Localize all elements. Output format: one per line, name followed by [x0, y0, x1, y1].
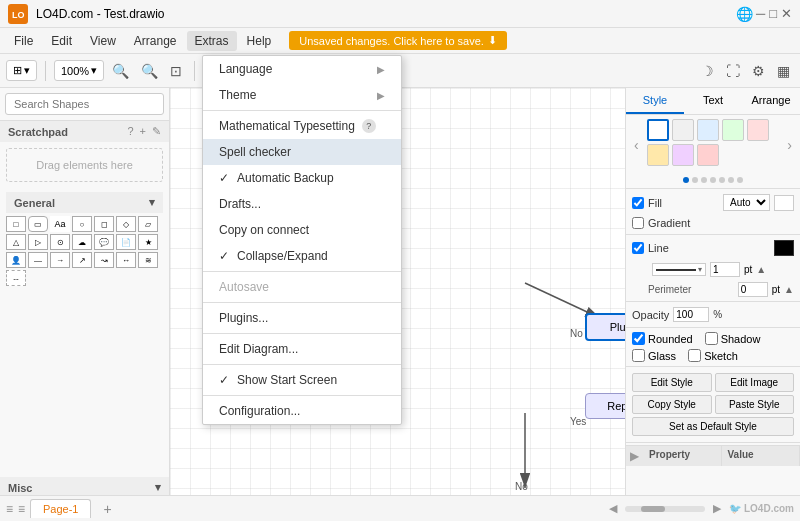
menu-file[interactable]: File: [6, 31, 41, 51]
menu-arrange[interactable]: Arrange: [126, 31, 185, 51]
menu-sep-1: [203, 110, 401, 111]
svg-text:LO: LO: [12, 10, 25, 20]
titlebar: LO LO4D.com - Test.drawio 🌐 ─ □ ✕: [0, 0, 800, 28]
app-icon: LO: [8, 4, 28, 24]
start-screen-check-icon: ✓: [219, 373, 229, 387]
menu-auto-backup[interactable]: ✓Automatic Backup: [203, 165, 401, 191]
menu-start-screen-text: ✓Show Start Screen: [219, 373, 337, 387]
menu-show-start-screen[interactable]: ✓Show Start Screen: [203, 367, 401, 393]
menu-sep-2: [203, 271, 401, 272]
auto-backup-check-icon: ✓: [219, 171, 229, 185]
menu-spell-text: Spell checker: [219, 145, 291, 159]
globe-icon[interactable]: 🌐: [736, 6, 752, 22]
menu-language-arrow: ▶: [377, 64, 385, 75]
menu-extras[interactable]: Extras: [187, 31, 237, 51]
menu-sep-6: [203, 395, 401, 396]
menubar: File Edit View Arrange Extras Help Unsav…: [0, 28, 800, 54]
menu-theme-arrow: ▶: [377, 90, 385, 101]
menu-plugins[interactable]: Plugins...: [203, 305, 401, 331]
menu-edit-diagram-text: Edit Diagram...: [219, 342, 298, 356]
menu-plugins-text: Plugins...: [219, 311, 268, 325]
menu-theme-text: Theme: [219, 88, 256, 102]
menu-auto-backup-text: ✓Automatic Backup: [219, 171, 334, 185]
menu-collapse-expand[interactable]: ✓Collapse/Expand: [203, 243, 401, 269]
minimize-icon[interactable]: ─: [756, 6, 765, 22]
menu-copy-on-connect[interactable]: Copy on connect: [203, 217, 401, 243]
menu-help[interactable]: Help: [239, 31, 280, 51]
menu-drafts-text: Drafts...: [219, 197, 261, 211]
unsaved-text: Unsaved changes. Click here to save.: [299, 35, 484, 47]
menu-view[interactable]: View: [82, 31, 124, 51]
help-circle-icon: ?: [362, 119, 376, 133]
menu-theme[interactable]: Theme ▶: [203, 82, 401, 108]
menu-collapse-text: ✓Collapse/Expand: [219, 249, 328, 263]
menu-autosave: Autosave: [203, 274, 401, 300]
download-icon: ⬇: [488, 34, 497, 47]
maximize-icon[interactable]: □: [769, 6, 777, 22]
menu-edit-diagram[interactable]: Edit Diagram...: [203, 336, 401, 362]
window-controls: 🌐 ─ □ ✕: [736, 6, 792, 22]
menu-configuration[interactable]: Configuration...: [203, 398, 401, 424]
close-icon[interactable]: ✕: [781, 6, 792, 22]
extras-menu: Language ▶ Theme ▶ Mathematical Typesett…: [202, 55, 402, 425]
menu-spell-checker[interactable]: Spell checker: [203, 139, 401, 165]
menu-math-typesetting[interactable]: Mathematical Typesetting ?: [203, 113, 401, 139]
menu-sep-3: [203, 302, 401, 303]
menu-language-text: Language: [219, 62, 272, 76]
unsaved-changes-button[interactable]: Unsaved changes. Click here to save. ⬇: [289, 31, 507, 50]
menu-sep-4: [203, 333, 401, 334]
menu-copy-connect-text: Copy on connect: [219, 223, 309, 237]
window-title: LO4D.com - Test.drawio: [36, 7, 165, 21]
menu-math-text: Mathematical Typesetting ?: [219, 119, 376, 133]
menu-language[interactable]: Language ▶: [203, 56, 401, 82]
menu-configuration-text: Configuration...: [219, 404, 300, 418]
menu-edit[interactable]: Edit: [43, 31, 80, 51]
menu-autosave-text: Autosave: [219, 280, 269, 294]
menu-drafts[interactable]: Drafts...: [203, 191, 401, 217]
menu-sep-5: [203, 364, 401, 365]
collapse-check-icon: ✓: [219, 249, 229, 263]
